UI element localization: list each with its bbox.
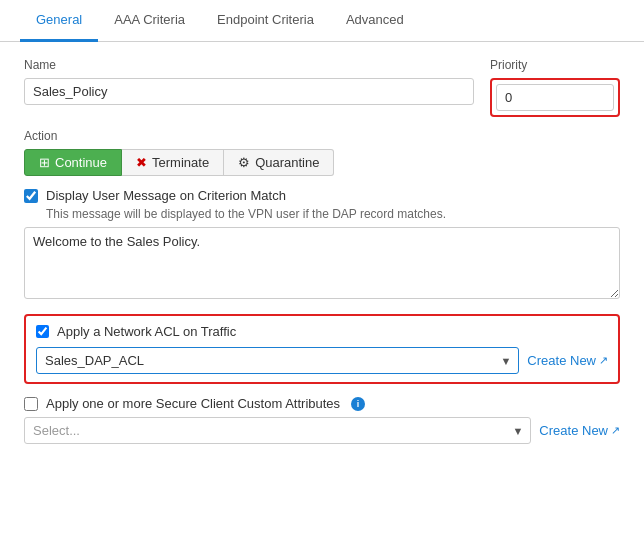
priority-field-group: Priority [490,58,620,117]
action-section: Action ⊞ Continue ✖ Terminate ⚙ Quaranti… [24,129,620,176]
custom-select-wrapper: Select... ▼ [24,417,531,444]
info-icon: i [351,397,365,411]
acl-checkbox-row: Apply a Network ACL on Traffic [36,324,608,339]
acl-select-row: Sales_DAP_ACL Other_ACL ▼ Create New ↗ [36,347,608,374]
custom-external-link-icon: ↗ [611,424,620,437]
create-new-custom-link[interactable]: Create New ↗ [539,423,620,438]
custom-checkbox-row: Apply one or more Secure Client Custom A… [24,396,620,411]
main-content: Name Priority Action ⊞ Continue ✖ Termin… [0,42,644,472]
priority-label: Priority [490,58,620,72]
terminate-icon: ✖ [136,155,147,170]
custom-attributes-section: Apply one or more Secure Client Custom A… [24,396,620,444]
display-message-desc: This message will be displayed to the VP… [46,207,620,221]
display-message-row: Display User Message on Criterion Match [24,188,620,203]
create-new-custom-label: Create New [539,423,608,438]
action-button-group: ⊞ Continue ✖ Terminate ⚙ Quarantine [24,149,620,176]
name-priority-row: Name Priority [24,58,620,117]
continue-label: Continue [55,155,107,170]
create-new-acl-label: Create New [527,353,596,368]
action-label: Action [24,129,620,143]
custom-dropdown[interactable]: Select... [24,417,531,444]
apply-acl-label: Apply a Network ACL on Traffic [57,324,236,339]
action-terminate-button[interactable]: ✖ Terminate [122,149,224,176]
display-message-label: Display User Message on Criterion Match [46,188,286,203]
tab-aaa-criteria[interactable]: AAA Criteria [98,0,201,42]
display-message-checkbox[interactable] [24,189,38,203]
name-field-group: Name [24,58,474,105]
tab-general[interactable]: General [20,0,98,42]
continue-icon: ⊞ [39,155,50,170]
tab-advanced[interactable]: Advanced [330,0,420,42]
tab-endpoint-criteria[interactable]: Endpoint Criteria [201,0,330,42]
apply-custom-label: Apply one or more Secure Client Custom A… [46,396,340,411]
acl-highlighted-section: Apply a Network ACL on Traffic Sales_DAP… [24,314,620,384]
action-quarantine-button[interactable]: ⚙ Quarantine [224,149,334,176]
priority-input[interactable] [496,84,614,111]
action-continue-button[interactable]: ⊞ Continue [24,149,122,176]
apply-acl-checkbox[interactable] [36,325,49,338]
acl-dropdown[interactable]: Sales_DAP_ACL Other_ACL [36,347,519,374]
name-label: Name [24,58,474,72]
terminate-label: Terminate [152,155,209,170]
external-link-icon: ↗ [599,354,608,367]
message-textarea[interactable] [24,227,620,299]
custom-select-row: Select... ▼ Create New ↗ [24,417,620,444]
name-input[interactable] [24,78,474,105]
tab-bar: General AAA Criteria Endpoint Criteria A… [0,0,644,42]
acl-select-wrapper: Sales_DAP_ACL Other_ACL ▼ [36,347,519,374]
apply-custom-checkbox[interactable] [24,397,38,411]
quarantine-label: Quarantine [255,155,319,170]
create-new-acl-link[interactable]: Create New ↗ [527,353,608,368]
priority-highlight-box [490,78,620,117]
quarantine-icon: ⚙ [238,155,250,170]
